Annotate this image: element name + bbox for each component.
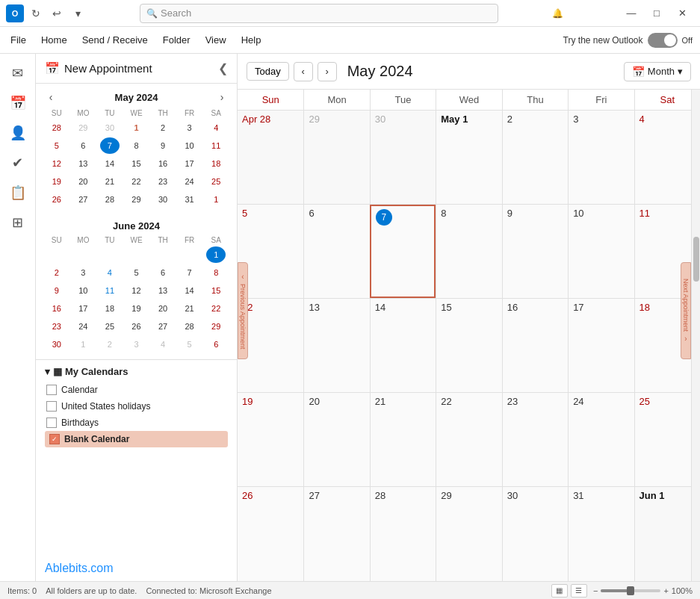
calendar-cell[interactable]: 10: [568, 205, 634, 298]
mini-cal-day[interactable]: 15: [126, 155, 146, 172]
calendar-cell[interactable]: 13: [303, 299, 369, 392]
nav-notes[interactable]: 📋: [4, 179, 31, 206]
calendar-cell[interactable]: 16: [502, 299, 568, 392]
mini-cal-day[interactable]: 6: [153, 264, 173, 281]
mini-cal-day[interactable]: 30: [153, 191, 173, 208]
mini-cal-day[interactable]: 10: [180, 137, 199, 154]
mini-cal-day[interactable]: 18: [100, 300, 120, 317]
mini-cal-day[interactable]: 27: [73, 191, 93, 208]
blank-checkbox[interactable]: ✓: [49, 434, 60, 444]
calendar-cell[interactable]: 9: [502, 205, 568, 298]
mini-cal-day[interactable]: 19: [126, 300, 146, 317]
mini-cal-day[interactable]: 2: [153, 120, 173, 136]
mini-cal-day[interactable]: 6: [206, 336, 226, 353]
mini-cal-day[interactable]: 3: [73, 264, 93, 281]
menu-help[interactable]: Help: [234, 31, 269, 49]
mini-cal-day[interactable]: 20: [153, 300, 173, 317]
view-selector-button[interactable]: 📅 Month ▾: [624, 62, 691, 81]
calendar-cell[interactable]: 2: [502, 111, 568, 204]
mini-cal-day[interactable]: 13: [73, 155, 93, 172]
calendar-cell[interactable]: 20: [303, 393, 369, 486]
mini-cal-day[interactable]: 1: [73, 336, 93, 353]
mini-cal-day[interactable]: 26: [126, 318, 146, 335]
mini-cal-day[interactable]: 28: [180, 318, 199, 335]
mini-cal-day[interactable]: 10: [73, 282, 93, 299]
prev-month-button[interactable]: ‹: [294, 62, 313, 81]
mini-cal-day[interactable]: 12: [47, 155, 66, 172]
menu-view[interactable]: View: [198, 31, 234, 49]
mini-cal-day[interactable]: 17: [73, 300, 93, 317]
prev-appointment-button[interactable]: ‹ Previous Appointment: [238, 262, 248, 359]
mini-cal-may-prev[interactable]: ‹: [43, 90, 58, 105]
refresh-icon[interactable]: ↻: [28, 6, 43, 21]
mini-cal-day[interactable]: 24: [180, 173, 199, 190]
menu-folder[interactable]: Folder: [155, 31, 198, 49]
calendar-cell[interactable]: 22: [436, 393, 501, 486]
mini-cal-day[interactable]: 2: [100, 336, 120, 353]
mini-cal-day[interactable]: 18: [206, 155, 226, 172]
mini-cal-day[interactable]: 15: [206, 282, 226, 299]
birthdays-checkbox[interactable]: [46, 418, 57, 428]
mini-cal-day[interactable]: 3: [180, 120, 199, 136]
list-view-button[interactable]: ☰: [571, 584, 587, 598]
mini-cal-day[interactable]: 17: [180, 155, 199, 172]
calendar-cell[interactable]: 14: [370, 299, 436, 392]
mini-cal-may-next[interactable]: ›: [214, 90, 229, 105]
calendar-item-birthdays[interactable]: Birthdays: [45, 415, 228, 431]
zoom-in-icon[interactable]: +: [663, 586, 668, 595]
mini-cal-day[interactable]: 5: [47, 137, 66, 154]
mini-cal-day[interactable]: 5: [180, 336, 199, 353]
mini-cal-day[interactable]: 21: [100, 173, 120, 190]
calendar-cell[interactable]: 8: [436, 205, 501, 298]
nav-apps[interactable]: ⊞: [4, 209, 31, 236]
menu-file[interactable]: File: [3, 31, 34, 49]
mini-cal-day[interactable]: 4: [100, 264, 120, 281]
mini-cal-day[interactable]: 25: [100, 318, 120, 335]
calendar-cell[interactable]: 29: [436, 487, 501, 581]
calendar-cell[interactable]: 26: [238, 487, 303, 581]
calendar-cell[interactable]: 29: [303, 111, 369, 204]
mini-cal-day[interactable]: 16: [47, 300, 66, 317]
mini-cal-day[interactable]: 8: [206, 264, 226, 281]
mini-cal-day[interactable]: 11: [206, 137, 226, 154]
mini-cal-day[interactable]: 13: [153, 282, 173, 299]
mini-cal-day[interactable]: 30: [47, 336, 66, 353]
nav-mail[interactable]: ✉: [4, 60, 31, 87]
mini-cal-day[interactable]: 24: [73, 318, 93, 335]
new-outlook-toggle[interactable]: [648, 33, 678, 48]
calendar-cell[interactable]: 31: [568, 487, 634, 581]
calendar-cell[interactable]: 4: [634, 111, 700, 204]
search-bar[interactable]: 🔍 Search: [140, 4, 498, 23]
minimize-button[interactable]: —: [619, 3, 643, 24]
holidays-checkbox[interactable]: [46, 401, 57, 412]
mini-cal-day[interactable]: 16: [153, 155, 173, 172]
mini-cal-day[interactable]: 3: [126, 336, 146, 353]
calendar-cell[interactable]: 25: [634, 393, 700, 486]
calendar-cell[interactable]: May 1: [436, 111, 501, 204]
mini-cal-day[interactable]: 29: [126, 191, 146, 208]
calendar-cell[interactable]: Apr 28: [238, 111, 303, 204]
mini-cal-day[interactable]: 9: [153, 137, 173, 154]
mini-cal-day[interactable]: 23: [153, 173, 173, 190]
zoom-thumb[interactable]: [627, 586, 634, 595]
calendar-cell[interactable]: 30: [502, 487, 568, 581]
menu-send-receive[interactable]: Send / Receive: [75, 31, 155, 49]
mini-cal-day[interactable]: 6: [73, 137, 93, 154]
nav-contacts[interactable]: 👤: [4, 120, 31, 146]
notification-bell-icon[interactable]: 🔔: [547, 3, 568, 24]
mini-cal-day[interactable]: 11: [100, 282, 120, 299]
mini-cal-day[interactable]: 21: [180, 300, 199, 317]
nav-calendar[interactable]: 📅: [4, 90, 31, 117]
maximize-button[interactable]: □: [645, 3, 669, 24]
calendar-cell[interactable]: 24: [568, 393, 634, 486]
mini-cal-day[interactable]: 7: [180, 264, 199, 281]
calendar-cell[interactable]: 17: [568, 299, 634, 392]
mini-cal-day[interactable]: 28: [47, 120, 66, 136]
calendar-cell[interactable]: 23: [502, 393, 568, 486]
mini-cal-day[interactable]: 22: [126, 173, 146, 190]
undo-icon[interactable]: ↩: [49, 6, 64, 21]
calendar-item-blank[interactable]: ✓ Blank Calendar: [45, 431, 228, 447]
calendar-cell[interactable]: 21: [370, 393, 436, 486]
my-calendars-header[interactable]: ▾ ▦ My Calendars: [45, 366, 228, 377]
mini-cal-day[interactable]: 19: [47, 173, 66, 190]
